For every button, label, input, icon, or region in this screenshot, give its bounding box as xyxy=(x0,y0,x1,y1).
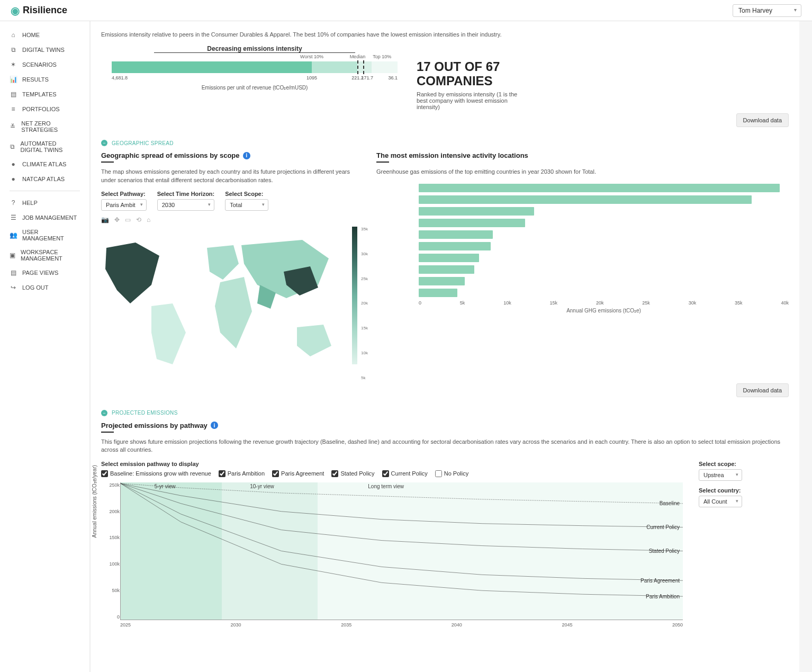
sidebar-item[interactable]: 👥USER MANAGEMENT xyxy=(0,225,89,245)
intensity-company-tick xyxy=(363,60,364,74)
collapse-icon: − xyxy=(101,410,107,416)
geo-filters: Select Pathway: Paris Ambit Select Time … xyxy=(101,191,360,211)
sidebar-item[interactable]: ☰JOB MANAGEMENT xyxy=(0,210,89,225)
pathway-checkbox[interactable]: Current Policy xyxy=(382,470,428,477)
legend-tick: 15k xyxy=(361,326,368,330)
sidebar-label: LOG OUT xyxy=(22,284,49,291)
sidebar-item[interactable]: ⧉DIGITAL TWINS xyxy=(0,42,89,57)
checkbox-label: No Policy xyxy=(444,470,468,477)
sidebar-label: AUTOMATED DIGITAL TWINS xyxy=(20,140,80,153)
geo-section-toggle[interactable]: − GEOGRAPHIC SPREAD xyxy=(101,140,789,146)
sidebar-item[interactable]: ●NATCAP ATLAS xyxy=(0,172,89,186)
download-geo-button[interactable]: Download data xyxy=(736,383,789,397)
pathway-checkbox[interactable]: No Policy xyxy=(435,470,468,477)
checkbox-input[interactable] xyxy=(101,470,108,477)
info-icon[interactable]: i xyxy=(211,422,218,429)
sidebar-label: JOB MANAGEMENT xyxy=(22,214,77,221)
hbar-track xyxy=(419,207,789,216)
world-map[interactable]: 35k30k25k20k15k10k5k xyxy=(101,227,360,380)
pan-icon[interactable]: ✥ xyxy=(114,216,120,223)
download-intensity-button[interactable]: Download data xyxy=(736,113,789,127)
sidebar-item[interactable]: ✶SCENARIOS xyxy=(0,57,89,72)
top-label: Top 10% xyxy=(373,54,391,59)
intensity-median-tick xyxy=(357,60,358,74)
sidebar-item[interactable]: 📊RESULTS xyxy=(0,72,89,87)
sidebar-label: TEMPLATES xyxy=(22,91,57,97)
pathway-select[interactable]: Paris Ambit xyxy=(101,199,147,211)
sidebar-icon: ↪ xyxy=(10,284,17,291)
pathway-checkbox[interactable]: Paris Agreement xyxy=(272,470,324,477)
sidebar-separator xyxy=(10,191,80,191)
xtick: 2040 xyxy=(452,622,462,628)
hbar-track xyxy=(419,253,789,263)
legend-ticks: 35k30k25k20k15k10k5k xyxy=(361,227,368,380)
sidebar-item[interactable]: ▤TEMPLATES xyxy=(0,87,89,102)
sidebar-item[interactable]: ≚NET ZERO STRATEGIES xyxy=(0,117,89,137)
reset-icon[interactable]: ⟲ xyxy=(136,216,141,223)
zoom-icon[interactable]: ▭ xyxy=(125,216,131,223)
xtick: 2050 xyxy=(672,622,683,628)
legend-tick: 10k xyxy=(361,351,368,355)
sidebar-item[interactable]: ●CLIMATE ATLAS xyxy=(0,157,89,172)
hbar-track xyxy=(419,241,789,251)
intensity-chart: Decreasing emissions intensity Worst 10%… xyxy=(101,45,398,91)
topbar: ◉ Risilience Tom Harvey xyxy=(0,0,812,21)
intensity-top-markers: Worst 10% Median Top 10% xyxy=(112,54,398,61)
checkbox-input[interactable] xyxy=(219,470,225,477)
sidebar-item[interactable]: ≡PORTFOLIOS xyxy=(0,102,89,117)
checkbox-input[interactable] xyxy=(435,470,442,477)
legend-tick: 35k xyxy=(361,227,368,231)
legend-gradient xyxy=(352,227,357,364)
checkbox-input[interactable] xyxy=(331,470,338,477)
axis-r2: 171.7 xyxy=(362,75,374,80)
sidebar-item[interactable]: ⌂HOME xyxy=(0,28,89,42)
sidebar-item[interactable]: ?HELP xyxy=(0,195,89,210)
series-label: Baseline xyxy=(660,500,680,506)
proj-section-toggle[interactable]: − PROJECTED EMISSIONS xyxy=(101,410,789,416)
checkbox-input[interactable] xyxy=(382,470,389,477)
geo-bar-panel: The most emission intensive activity loc… xyxy=(376,151,789,380)
ytick: 0 xyxy=(102,614,120,620)
sidebar-item[interactable]: ▣WORKSPACE MANAGEMENT xyxy=(0,245,89,265)
sidebar-group-admin: ?HELP☰JOB MANAGEMENT👥USER MANAGEMENT▣WOR… xyxy=(0,195,89,295)
series-label: Paris Ambition xyxy=(646,594,680,599)
intensity-row: Decreasing emissions intensity Worst 10%… xyxy=(101,45,789,110)
user-dropdown[interactable]: Tom Harvey xyxy=(733,4,801,17)
xtick: 2025 xyxy=(120,622,131,628)
hbar-track xyxy=(419,183,789,193)
hbar-row: United Kingdom xyxy=(419,206,789,217)
geo-title-text: Geographic spread of emissions by scope xyxy=(101,151,240,159)
intensity-bar xyxy=(112,61,398,73)
sidebar-item[interactable]: ⧉AUTOMATED DIGITAL TWINS xyxy=(0,137,89,157)
proj-scope-select[interactable]: Upstrea xyxy=(699,469,742,481)
sidebar-icon: ☰ xyxy=(10,214,17,221)
checkbox-input[interactable] xyxy=(272,470,279,477)
sidebar-icon: ✶ xyxy=(10,61,17,68)
pathway-checkbox[interactable]: Baseline: Emissions grow with revenue xyxy=(101,470,211,477)
hbar-row: India xyxy=(419,218,789,228)
hbar-tick: 15k xyxy=(550,300,558,306)
sidebar-item[interactable]: ↪LOG OUT xyxy=(0,280,89,295)
sidebar-item[interactable]: ▤PAGE VIEWS xyxy=(0,265,89,280)
info-icon[interactable]: i xyxy=(243,152,250,159)
proj-country-select[interactable]: All Count xyxy=(699,496,742,507)
hbar-track xyxy=(419,218,789,228)
line-chart: 5-yr view 10-yr view Long term view Annu… xyxy=(120,482,683,620)
home-icon[interactable]: ⌂ xyxy=(147,216,150,223)
scope-select[interactable]: Total xyxy=(225,199,268,211)
camera-icon[interactable]: 📷 xyxy=(101,216,109,223)
horizon-select[interactable]: 2030 xyxy=(157,199,215,211)
hbar-fill xyxy=(419,207,534,216)
map-toolbar: 📷 ✥ ▭ ⟲ ⌂ xyxy=(101,216,360,223)
checkbox-label: Baseline: Emissions grow with revenue xyxy=(110,470,211,477)
hbar-axis: 05k10k15k20k25k30k35k40k xyxy=(419,300,789,306)
hbar-row: Saudi Arabia xyxy=(419,264,789,275)
hbar-tick: 20k xyxy=(596,300,604,306)
proj-country-label: Select country: xyxy=(699,487,742,494)
map-legend: 35k30k25k20k15k10k5k xyxy=(349,227,360,380)
pathway-checkbox[interactable]: Stated Policy xyxy=(331,470,374,477)
scope-value: Total xyxy=(230,202,242,208)
horizon-label: Select Time Horizon: xyxy=(157,191,215,197)
pathway-checkbox[interactable]: Paris Ambition xyxy=(219,470,265,477)
intensity-seg-worst xyxy=(112,61,312,73)
